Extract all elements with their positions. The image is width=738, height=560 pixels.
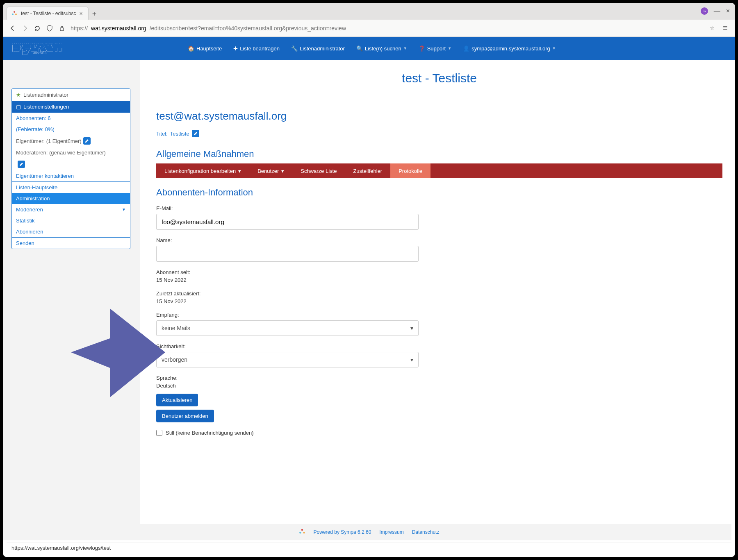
update-button[interactable]: Aktualisieren [156,394,198,406]
sidebar-error-rate[interactable]: (Fehlerrate: 0%) [12,124,130,135]
browser-status-bar: https://wat.systemausfall.org/viewlogs/t… [7,542,731,553]
close-icon[interactable]: × [80,10,83,17]
language-value: Deutsch [156,383,419,389]
sidebar-moderators: Moderatoren: (genau wie Eigentümer) [12,147,130,158]
site-navbar: .--.--.--.--.-.-.-.--.-.-. |__ \/ __| |/… [3,37,735,60]
powered-by[interactable]: Powered by Sympa 6.2.60 [314,529,371,535]
page-footer: Powered by Sympa 6.2.60 Impressum Datens… [7,524,731,540]
sidebar-subscribers[interactable]: Abonnenten: 6 [12,113,130,124]
tab-title: test - Testliste - editsubsc [21,11,76,16]
sidebar-contact-owner[interactable]: Eigentümer kontaktieren [12,170,130,181]
tab-logs[interactable]: Protokolle [390,163,430,178]
sidebar-list-home[interactable]: Listen-Hauptseite [12,182,130,193]
chevron-down-icon: ▾ [238,168,241,174]
close-window-button[interactable]: × [726,7,730,15]
footer-impressum[interactable]: Impressum [379,529,403,535]
window-icon: ▢ [16,104,21,110]
site-logo[interactable]: .--.--.--.--.-.-.-.--.-.-. |__ \/ __| |/… [11,42,188,55]
name-field[interactable] [156,246,419,262]
nav-list-admin[interactable]: 🔧Listenadministrator [291,45,345,52]
sidebar-subscribe[interactable]: Abonnieren [12,226,130,237]
email-field[interactable] [156,214,419,230]
reception-label: Empfang: [156,312,419,318]
chevron-down-icon: ▾ [410,356,413,363]
shield-icon[interactable] [46,25,53,32]
updated-label: Zuletzt aktualisiert: [156,290,419,297]
sidebar-moderate[interactable]: Moderieren▼ [12,204,130,215]
svg-point-2 [15,14,17,15]
general-heading: Allgemeine Maßnahmen [156,149,722,159]
tab-users[interactable]: Benutzer▾ [249,163,292,178]
updated-value: 15 Nov 2022 [156,298,419,304]
back-button[interactable] [9,25,16,32]
nav-request-list[interactable]: ✚Liste beantragen [233,45,280,52]
home-icon: 🏠 [188,45,194,52]
list-title-row: Titel: Testliste [156,130,722,137]
edit-icon[interactable] [192,130,199,137]
name-label: Name: [156,237,419,243]
remove-user-button[interactable]: Benutzer abmelden [156,410,214,422]
address-bar: https://wat.systemausfall.org/editsubscr… [3,20,735,37]
reception-select[interactable]: keine Mails▾ [156,320,419,336]
chevron-down-icon: ▼ [552,46,556,50]
sidebar: ★Listenadministrator ▢Listeneinstellunge… [3,60,140,540]
since-value: 15 Nov 2022 [156,277,419,283]
wrench-icon: 🔧 [291,45,298,52]
menu-icon[interactable]: ☰ [722,25,729,32]
chevron-down-icon: ▼ [403,46,407,50]
bookmark-icon[interactable]: ☆ [708,25,716,32]
quiet-label: Still (keine Benachrichtigung senden) [166,430,254,436]
star-icon: ★ [16,92,21,98]
help-icon: ❓ [419,45,425,52]
sympa-favicon [11,10,18,17]
reload-button[interactable] [34,25,41,32]
lock-icon[interactable] [58,25,66,32]
visibility-select[interactable]: verborgen▾ [156,352,419,367]
sidebar-owners: Eigentümer: (1 Eigentümer) [12,135,130,147]
minimize-button[interactable]: — [714,7,720,15]
email-label: E-Mail: [156,205,419,211]
edit-icon[interactable] [83,137,91,145]
nav-user-menu[interactable]: 👤sympa@admin.systemausfall.org▼ [463,45,556,52]
quiet-checkbox[interactable] [156,430,162,436]
tab-blacklist[interactable]: Schwarze Liste [292,163,345,178]
new-tab-button[interactable]: + [89,8,100,20]
sidebar-edit-mod[interactable] [12,158,130,170]
url-field[interactable]: https://wat.systemausfall.org/editsubscr… [71,25,704,32]
admin-tabs: Listenkonfiguration bearbeiten▾ Benutzer… [156,163,722,178]
nav-home[interactable]: 🏠Hauptseite [188,45,222,52]
sidebar-settings-header[interactable]: ▢Listeneinstellungen [12,101,130,113]
svg-point-9 [299,532,301,534]
svg-point-0 [14,11,15,13]
tab-bounces[interactable]: Zustellfehler [345,163,390,178]
forward-button[interactable] [21,25,29,32]
browser-tab[interactable]: test - Testliste - editsubsc × [7,7,89,20]
chevron-down-icon: ▼ [448,46,451,50]
chevron-down-icon: ▾ [410,325,413,331]
page-title: test - Testliste [156,60,722,93]
footer-datenschutz[interactable]: Datenschutz [412,529,440,535]
nav-search-lists[interactable]: 🔍Liste(n) suchen▼ [356,45,407,52]
browser-tab-strip: test - Testliste - editsubsc × + ∞ — × [3,3,735,20]
svg-rect-3 [60,28,64,31]
sidebar-statistics[interactable]: Statistik [12,215,130,226]
language-label: Sprache: [156,375,419,381]
user-icon: 👤 [463,45,469,52]
nav-support[interactable]: ❓Support▼ [419,45,451,52]
edit-icon[interactable] [18,161,25,168]
svg-point-1 [12,14,14,15]
sidebar-administration[interactable]: Administration [12,193,130,204]
search-icon: 🔍 [356,45,363,52]
chevron-down-icon: ▼ [122,207,126,212]
plus-icon: ✚ [233,45,238,52]
main-content: test - Testliste test@wat.systemausfall.… [140,60,735,540]
tab-list-config[interactable]: Listenkonfiguration bearbeiten▾ [156,163,249,178]
svg-point-10 [303,532,305,534]
sympa-favicon [299,528,305,536]
sidebar-send[interactable]: Senden [12,238,130,249]
extension-icon[interactable]: ∞ [701,7,708,15]
subscriber-info-heading: Abonnenten-Information [156,187,722,198]
sidebar-admin-header: ★Listenadministrator [12,89,130,101]
list-address: test@wat.systemausfall.org [156,110,722,122]
since-label: Abonnent seit: [156,269,419,275]
